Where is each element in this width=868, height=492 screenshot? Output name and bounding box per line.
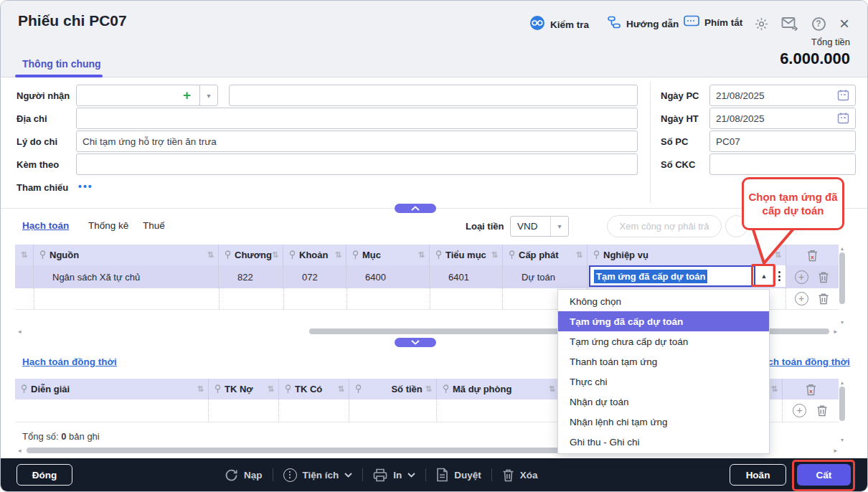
table1-col-cap-phat[interactable]: Cấp phát⇅ [503, 245, 588, 265]
table2-vscroll-up[interactable]: ▴ [841, 379, 844, 386]
dropdown-item-ghi-thu-ghi-chi[interactable]: Ghi thu - Ghi chi [558, 432, 769, 452]
so-ckc-input[interactable] [709, 153, 856, 175]
nguoi-nhan-dropdown-toggle[interactable]: ▾ [199, 85, 218, 106]
record-count-value: 0 [61, 431, 66, 442]
settings-gear-icon[interactable] [753, 15, 770, 32]
table1-col-nguon[interactable]: Nguồn⇅ [34, 245, 219, 265]
add-recipient-plus-icon[interactable]: + [183, 87, 191, 103]
table1-col-muc[interactable]: Mục⇅ [346, 245, 430, 265]
postpone-button[interactable]: Hoãn [730, 464, 786, 486]
nghiep-vu-dropdown-menu: Không chọn Tạm ứng đã cấp dự toán Tạm ứn… [557, 289, 770, 454]
nghiep-vu-input[interactable]: Tạm ứng đã cấp dự toán [589, 265, 755, 287]
currency-select[interactable]: VND ▾ [510, 216, 569, 237]
kem-theo-input[interactable] [76, 153, 638, 175]
delete-row-icon[interactable] [816, 269, 831, 285]
close-icon[interactable]: × [836, 15, 853, 32]
save-button[interactable]: Cất [797, 464, 851, 486]
dropdown-item-khong-chon[interactable]: Không chọn [558, 291, 769, 311]
cell-chuong[interactable]: 822 [219, 265, 283, 288]
delete-all-rows-icon[interactable]: x [805, 247, 821, 263]
hidden-pill-button[interactable] [725, 215, 747, 237]
ly-do-chi-label: Lý do chi [16, 136, 57, 147]
table2-vscrollbar[interactable] [839, 387, 845, 421]
cell-muc[interactable]: 6400 [346, 265, 430, 288]
ly-do-chi-input[interactable] [76, 131, 638, 152]
tab-hach-toan[interactable]: Hạch toán [22, 220, 69, 231]
table1-header: ⇅ Nguồn⇅ Chương⇅ Khoản⇅ Mục⇅ Tiểu mục⇅ C… [15, 245, 839, 265]
printer-icon [373, 468, 387, 482]
nghiep-vu-dropdown-toggle[interactable]: ▲ [755, 265, 773, 287]
delete-button[interactable]: Xóa [502, 468, 538, 482]
table2-col-so-tien[interactable]: Số tiền⇅ [349, 379, 437, 399]
table2-col-tk-no[interactable]: TK Nợ⇅ [209, 379, 279, 399]
tham-chieu-more-icon[interactable]: ••• [78, 181, 93, 192]
keyboard-icon [684, 15, 699, 29]
print-button[interactable]: In [373, 468, 415, 482]
dropdown-item-thuc-chi[interactable]: Thực chi [558, 372, 769, 392]
cell-tieu-muc[interactable]: 6401 [430, 265, 503, 288]
reload-button[interactable]: Nạp [225, 468, 263, 482]
table1-col-sort[interactable]: ⇅ [15, 245, 34, 265]
table2-col-dien-giai[interactable]: Diễn giải⇅ [15, 379, 209, 399]
expand-section-pill[interactable] [395, 338, 436, 347]
table1-vscrollbar[interactable] [839, 252, 845, 304]
shortcut-button[interactable]: Phím tắt [684, 15, 742, 29]
dia-chi-input[interactable] [76, 108, 638, 129]
chevron-down-icon [407, 473, 415, 478]
nghiep-vu-combobox[interactable]: Tạm ứng đã cấp dự toán ▲ [589, 265, 786, 287]
table2-vscroll-down[interactable]: ▾ [841, 437, 844, 443]
ngay-ht-calendar-icon[interactable] [837, 112, 850, 125]
dropdown-item-tam-ung-chua-cap-du-toan[interactable]: Tạm ứng chưa cấp dự toán [558, 331, 769, 351]
table2-col-tk-co[interactable]: TK Có⇅ [279, 379, 349, 399]
utilities-button[interactable]: Tiện ích [283, 468, 353, 482]
table1-vscroll-up[interactable]: ▴ [841, 245, 844, 252]
tab-thong-ke[interactable]: Thống kê [88, 220, 128, 231]
nguoi-nhan-label: Người nhận [16, 90, 70, 101]
ngay-ht-input[interactable] [709, 108, 856, 129]
record-count: Tổng số: 0 bản ghi [22, 431, 100, 442]
add-row-icon[interactable]: + [793, 291, 809, 307]
dropdown-item-thanh-toan-tam-ung[interactable]: Thanh toán tạm ứng [558, 351, 769, 372]
add-row-icon[interactable]: + [793, 269, 809, 285]
help-icon[interactable]: ? [810, 15, 827, 32]
tab-thong-tin-chung[interactable]: Thông tin chung [22, 58, 101, 70]
total-amount-label: Tổng tiền [811, 37, 850, 47]
dropdown-item-tam-ung-da-cap-du-toan[interactable]: Tạm ứng đã cấp dự toán [558, 311, 769, 331]
table1-col-nghiep-vu[interactable]: Nghiệp vụ⇅ [588, 245, 786, 265]
approve-button[interactable]: Duyệt [436, 468, 481, 482]
table2-col-ma-du-phong[interactable]: Mã dự phòng⇅ [437, 379, 560, 399]
view-debt-button[interactable]: Xem công nợ phải trả [607, 215, 722, 237]
check-button[interactable]: Kiểm tra [529, 15, 589, 34]
check-icon [529, 15, 545, 34]
cell-cap-phat[interactable]: Dự toán [503, 265, 588, 288]
guide-button[interactable]: Hướng dẫn [607, 15, 679, 32]
nguoi-nhan-name-input[interactable] [229, 85, 638, 106]
cell-khoan[interactable]: 072 [283, 265, 346, 288]
table1-col-tieu-muc[interactable]: Tiểu mục⇅ [430, 245, 503, 265]
dropdown-item-nhan-lenh-chi-tam-ung[interactable]: Nhận lệnh chi tạm ứng [558, 412, 769, 432]
chevron-up-icon [411, 206, 420, 211]
cell-nguon[interactable]: Ngân sách Xã tự chủ [34, 265, 219, 288]
simultaneous-posting-heading[interactable]: Hạch toán đồng thời [22, 356, 117, 367]
ngay-pc-input[interactable] [709, 85, 856, 106]
delete-all-rows-icon[interactable]: x [803, 382, 819, 397]
table1-col-chuong[interactable]: Chương⇅ [219, 245, 283, 265]
currency-value: VND [511, 221, 550, 232]
close-form-button[interactable]: Đóng [16, 464, 72, 486]
screen: Phiếu chi PC07 Kiểm tra Hướng dẫn Phím t… [0, 0, 868, 492]
nguoi-nhan-input[interactable] [76, 85, 200, 106]
dropdown-item-nhan-du-toan[interactable]: Nhận dự toán [558, 392, 769, 412]
tab-thue[interactable]: Thuế [143, 220, 165, 231]
pin-icon [39, 250, 46, 260]
table1-vscroll-down[interactable]: ▾ [841, 319, 844, 326]
divider [425, 468, 426, 481]
send-mail-icon[interactable] [781, 15, 798, 32]
delete-row-icon[interactable] [814, 403, 830, 419]
ngay-pc-calendar-icon[interactable] [837, 89, 850, 102]
so-pc-input[interactable] [709, 131, 856, 152]
collapse-form-pill[interactable] [395, 204, 436, 213]
add-row-icon[interactable]: + [792, 403, 808, 419]
delete-row-icon[interactable] [816, 291, 831, 307]
table1-col-khoan[interactable]: Khoản⇅ [283, 245, 346, 265]
nghiep-vu-more-menu[interactable] [773, 265, 786, 287]
